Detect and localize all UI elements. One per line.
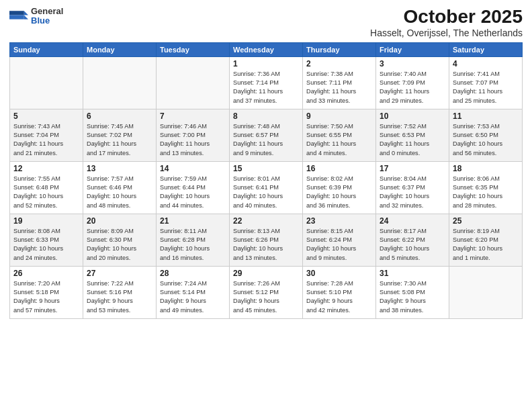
calendar-cell: 29Sunrise: 7:26 AM Sunset: 5:12 PM Dayli… <box>230 266 303 318</box>
day-info: Sunrise: 7:55 AM Sunset: 6:48 PM Dayligh… <box>13 175 79 210</box>
calendar-cell: 10Sunrise: 7:52 AM Sunset: 6:53 PM Dayli… <box>376 109 449 161</box>
day-number: 6 <box>87 111 152 121</box>
weekday-header-row: SundayMondayTuesdayWednesdayThursdayFrid… <box>10 42 523 56</box>
day-info: Sunrise: 8:19 AM Sunset: 6:20 PM Dayligh… <box>453 227 519 263</box>
calendar-row: 5Sunrise: 7:43 AM Sunset: 7:04 PM Daylig… <box>10 109 523 161</box>
calendar-cell: 9Sunrise: 7:50 AM Sunset: 6:55 PM Daylig… <box>303 109 376 161</box>
day-number: 25 <box>453 216 519 226</box>
page: General Blue October 2025 Hasselt, Overi… <box>0 0 532 411</box>
calendar-cell: 16Sunrise: 8:02 AM Sunset: 6:39 PM Dayli… <box>303 161 376 214</box>
day-info: Sunrise: 7:57 AM Sunset: 6:46 PM Dayligh… <box>87 175 152 210</box>
calendar-cell: 1Sunrise: 7:36 AM Sunset: 7:14 PM Daylig… <box>230 56 303 109</box>
calendar-cell <box>157 56 230 109</box>
day-number: 24 <box>380 216 445 226</box>
day-info: Sunrise: 7:45 AM Sunset: 7:02 PM Dayligh… <box>87 122 152 158</box>
calendar-cell: 25Sunrise: 8:19 AM Sunset: 6:20 PM Dayli… <box>449 214 523 266</box>
day-number: 11 <box>453 111 519 121</box>
calendar-cell: 2Sunrise: 7:38 AM Sunset: 7:11 PM Daylig… <box>303 56 376 109</box>
calendar: SundayMondayTuesdayWednesdayThursdayFrid… <box>9 42 523 319</box>
calendar-cell: 19Sunrise: 8:08 AM Sunset: 6:33 PM Dayli… <box>10 214 83 266</box>
calendar-row: 12Sunrise: 7:55 AM Sunset: 6:48 PM Dayli… <box>10 161 523 214</box>
day-number: 19 <box>13 216 79 226</box>
calendar-row: 19Sunrise: 8:08 AM Sunset: 6:33 PM Dayli… <box>10 214 523 266</box>
day-info: Sunrise: 8:11 AM Sunset: 6:28 PM Dayligh… <box>160 227 226 263</box>
day-info: Sunrise: 7:50 AM Sunset: 6:55 PM Dayligh… <box>306 122 372 158</box>
day-number: 14 <box>160 164 226 173</box>
day-number: 28 <box>160 269 226 278</box>
calendar-cell: 27Sunrise: 7:22 AM Sunset: 5:16 PM Dayli… <box>83 266 157 318</box>
calendar-cell: 28Sunrise: 7:24 AM Sunset: 5:14 PM Dayli… <box>157 266 230 318</box>
weekday-header: Sunday <box>10 42 83 56</box>
calendar-cell: 12Sunrise: 7:55 AM Sunset: 6:48 PM Dayli… <box>10 161 83 214</box>
title-section: October 2025 Hasselt, Overijssel, The Ne… <box>370 7 523 38</box>
calendar-cell: 5Sunrise: 7:43 AM Sunset: 7:04 PM Daylig… <box>10 109 83 161</box>
calendar-cell <box>449 266 523 318</box>
calendar-cell: 8Sunrise: 7:48 AM Sunset: 6:57 PM Daylig… <box>230 109 303 161</box>
day-info: Sunrise: 7:28 AM Sunset: 5:10 PM Dayligh… <box>306 279 372 315</box>
calendar-cell: 15Sunrise: 8:01 AM Sunset: 6:41 PM Dayli… <box>230 161 303 214</box>
calendar-cell: 4Sunrise: 7:41 AM Sunset: 7:07 PM Daylig… <box>449 56 523 109</box>
day-info: Sunrise: 7:52 AM Sunset: 6:53 PM Dayligh… <box>380 122 445 158</box>
weekday-header: Thursday <box>303 42 376 56</box>
calendar-cell: 18Sunrise: 8:06 AM Sunset: 6:35 PM Dayli… <box>449 161 523 214</box>
day-number: 26 <box>13 269 79 278</box>
day-number: 12 <box>13 164 79 173</box>
day-number: 2 <box>306 59 372 68</box>
calendar-cell: 26Sunrise: 7:20 AM Sunset: 5:18 PM Dayli… <box>10 266 83 318</box>
day-info: Sunrise: 8:13 AM Sunset: 6:26 PM Dayligh… <box>233 227 299 263</box>
calendar-cell: 14Sunrise: 7:59 AM Sunset: 6:44 PM Dayli… <box>157 161 230 214</box>
day-number: 13 <box>87 164 152 173</box>
day-number: 8 <box>233 111 299 121</box>
day-number: 3 <box>380 59 445 68</box>
calendar-cell: 21Sunrise: 8:11 AM Sunset: 6:28 PM Dayli… <box>157 214 230 266</box>
day-info: Sunrise: 7:48 AM Sunset: 6:57 PM Dayligh… <box>233 122 299 158</box>
day-number: 1 <box>233 59 299 68</box>
day-number: 7 <box>160 111 226 121</box>
calendar-cell: 17Sunrise: 8:04 AM Sunset: 6:37 PM Dayli… <box>376 161 449 214</box>
logo-text: General Blue <box>31 7 63 26</box>
cal-subtitle: Hasselt, Overijssel, The Netherlands <box>370 28 523 38</box>
calendar-row: 1Sunrise: 7:36 AM Sunset: 7:14 PM Daylig… <box>10 56 523 109</box>
svg-marker-0 <box>24 11 28 15</box>
calendar-cell: 20Sunrise: 8:09 AM Sunset: 6:30 PM Dayli… <box>83 214 157 266</box>
calendar-cell <box>83 56 157 109</box>
logo-general: General <box>31 7 63 16</box>
day-number: 22 <box>233 216 299 226</box>
day-info: Sunrise: 7:41 AM Sunset: 7:07 PM Dayligh… <box>453 70 519 105</box>
weekday-header: Monday <box>83 42 157 56</box>
day-info: Sunrise: 7:22 AM Sunset: 5:16 PM Dayligh… <box>87 279 152 315</box>
svg-marker-1 <box>24 15 28 19</box>
day-info: Sunrise: 7:38 AM Sunset: 7:11 PM Dayligh… <box>306 70 372 105</box>
day-info: Sunrise: 7:43 AM Sunset: 7:04 PM Dayligh… <box>13 122 79 158</box>
day-info: Sunrise: 7:20 AM Sunset: 5:18 PM Dayligh… <box>13 279 79 315</box>
day-info: Sunrise: 8:08 AM Sunset: 6:33 PM Dayligh… <box>13 227 79 263</box>
day-info: Sunrise: 7:36 AM Sunset: 7:14 PM Dayligh… <box>233 70 299 105</box>
calendar-row: 26Sunrise: 7:20 AM Sunset: 5:18 PM Dayli… <box>10 266 523 318</box>
day-number: 10 <box>380 111 445 121</box>
calendar-cell: 30Sunrise: 7:28 AM Sunset: 5:10 PM Dayli… <box>303 266 376 318</box>
day-info: Sunrise: 7:40 AM Sunset: 7:09 PM Dayligh… <box>380 70 445 105</box>
day-number: 15 <box>233 164 299 173</box>
day-info: Sunrise: 8:02 AM Sunset: 6:39 PM Dayligh… <box>306 175 372 210</box>
logo-icon <box>9 7 28 26</box>
day-info: Sunrise: 7:46 AM Sunset: 7:00 PM Dayligh… <box>160 122 226 158</box>
calendar-cell: 13Sunrise: 7:57 AM Sunset: 6:46 PM Dayli… <box>83 161 157 214</box>
calendar-cell <box>10 56 83 109</box>
calendar-cell: 23Sunrise: 8:15 AM Sunset: 6:24 PM Dayli… <box>303 214 376 266</box>
day-info: Sunrise: 7:53 AM Sunset: 6:50 PM Dayligh… <box>453 122 519 158</box>
weekday-header: Saturday <box>449 42 523 56</box>
day-info: Sunrise: 7:59 AM Sunset: 6:44 PM Dayligh… <box>160 175 226 210</box>
calendar-cell: 3Sunrise: 7:40 AM Sunset: 7:09 PM Daylig… <box>376 56 449 109</box>
day-number: 5 <box>13 111 79 121</box>
svg-rect-3 <box>9 15 24 19</box>
calendar-cell: 6Sunrise: 7:45 AM Sunset: 7:02 PM Daylig… <box>83 109 157 161</box>
calendar-cell: 7Sunrise: 7:46 AM Sunset: 7:00 PM Daylig… <box>157 109 230 161</box>
day-number: 31 <box>380 269 445 278</box>
day-number: 9 <box>306 111 372 121</box>
day-number: 27 <box>87 269 152 278</box>
calendar-cell: 31Sunrise: 7:30 AM Sunset: 5:08 PM Dayli… <box>376 266 449 318</box>
day-number: 30 <box>306 269 372 278</box>
calendar-cell: 11Sunrise: 7:53 AM Sunset: 6:50 PM Dayli… <box>449 109 523 161</box>
cal-title: October 2025 <box>370 7 523 28</box>
day-info: Sunrise: 7:24 AM Sunset: 5:14 PM Dayligh… <box>160 279 226 315</box>
